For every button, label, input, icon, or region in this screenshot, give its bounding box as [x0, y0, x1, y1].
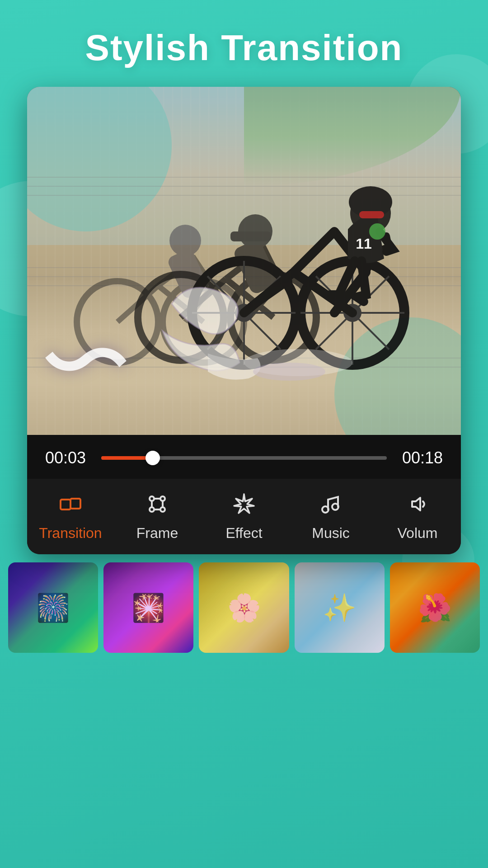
svg-rect-38 — [61, 500, 70, 509]
thumbnail-2[interactable]: 🎇 — [103, 562, 193, 653]
svg-point-41 — [160, 496, 165, 501]
frame-label: Frame — [136, 525, 178, 542]
svg-point-42 — [150, 507, 154, 512]
thumbnail-1[interactable]: 🎆 — [8, 562, 98, 653]
music-label: Music — [312, 525, 350, 542]
svg-point-43 — [160, 507, 165, 512]
effect-label: Effect — [225, 525, 262, 542]
volume-label: Volum — [398, 525, 438, 542]
transition-icon — [59, 492, 82, 519]
svg-rect-35 — [359, 211, 384, 218]
svg-text:11: 11 — [356, 236, 372, 252]
svg-point-40 — [150, 496, 154, 501]
tool-volume[interactable]: Volum — [374, 479, 461, 554]
player-controls: 00:03 00:18 — [27, 435, 461, 479]
thumbnail-3[interactable]: 🌸 — [199, 562, 289, 653]
tool-frame[interactable]: Frame — [114, 479, 201, 554]
thumb-1-content: 🎆 — [8, 562, 98, 653]
progress-bar[interactable] — [101, 456, 387, 460]
progress-fill — [101, 456, 153, 460]
svg-point-37 — [253, 363, 325, 381]
progress-thumb[interactable] — [145, 451, 160, 465]
thumbnail-4[interactable]: ✨ — [295, 562, 385, 653]
thumb-2-content: 🎇 — [103, 562, 193, 653]
toolbar: Transition Frame — [27, 479, 461, 554]
title-section: Stylish Transition — [0, 0, 488, 87]
thumb-3-content: 🌸 — [199, 562, 289, 653]
music-icon — [319, 492, 343, 519]
thumbnail-5[interactable]: 🌺 — [390, 562, 480, 653]
svg-point-34 — [369, 223, 385, 240]
transition-label: Transition — [39, 525, 102, 542]
timeline[interactable]: 00:03 00:18 — [45, 448, 443, 467]
thumb-5-content: 🌺 — [390, 562, 480, 653]
swirl-decoration: 〜 — [41, 317, 131, 408]
volume-icon — [406, 492, 429, 519]
frame-icon — [145, 492, 169, 519]
tool-effect[interactable]: Effect — [201, 479, 287, 554]
page-title: Stylish Transition — [0, 27, 488, 69]
tool-transition[interactable]: Transition — [27, 479, 114, 554]
time-current: 00:03 — [45, 448, 90, 467]
thumb-4-content: ✨ — [295, 562, 385, 653]
svg-rect-39 — [70, 499, 80, 509]
effect-icon — [232, 492, 256, 519]
video-preview[interactable]: 11 — [27, 87, 461, 435]
time-total: 00:18 — [398, 448, 443, 467]
tool-music[interactable]: Music — [287, 479, 374, 554]
thumbnails-strip: 🎆 🎇 🌸 ✨ 🌺 — [0, 554, 488, 661]
video-card: 11 — [27, 87, 461, 554]
svg-rect-18 — [230, 231, 271, 241]
